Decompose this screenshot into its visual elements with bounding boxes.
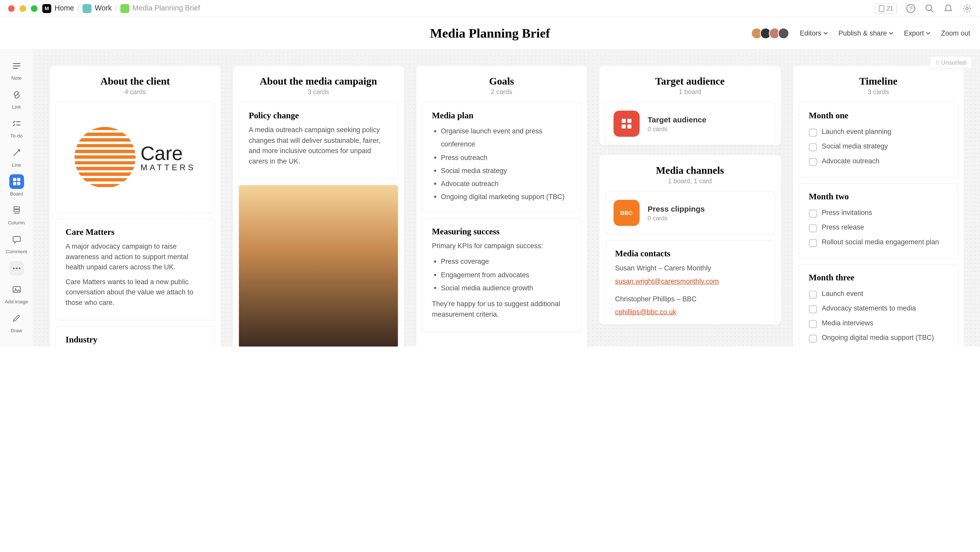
close-button[interactable] — [8, 5, 14, 11]
board-title: About the client — [49, 76, 221, 87]
search-icon[interactable] — [924, 3, 934, 13]
todo-item[interactable]: Social media strategy — [809, 140, 948, 154]
meditation-image — [239, 185, 398, 346]
crumb-sep: / — [115, 4, 117, 13]
help-icon[interactable]: ? — [906, 3, 916, 13]
card-care-matters[interactable]: Care Matters A major advocacy campaign t… — [56, 219, 215, 321]
todo-item[interactable]: Launch event — [809, 287, 948, 302]
card-media-plan[interactable]: Media plan Organise launch event and pre… — [422, 102, 581, 212]
tool-column[interactable]: Column — [0, 200, 33, 229]
board-about-client[interactable]: About the client4 cards CareMATTERS Care… — [49, 66, 221, 346]
card-media-contacts[interactable]: Media contacts Susan Wright – Carers Mon… — [605, 240, 775, 325]
todo-item[interactable]: Ongoing digital media support (TBC) — [809, 331, 948, 346]
card-press-clippings[interactable]: BBC Press clippings0 cards — [605, 191, 775, 235]
list-item: Press outreach — [441, 151, 571, 164]
zoom-out-button[interactable]: Zoom out — [941, 29, 970, 37]
crumb-brief[interactable]: Media Planning Brief — [132, 4, 200, 13]
svg-rect-11 — [13, 178, 16, 181]
card-month-three[interactable]: Month three Launch event Advocacy statem… — [799, 264, 958, 346]
notif-badge[interactable]: 21 — [875, 3, 897, 14]
checkbox[interactable] — [809, 239, 817, 247]
crumb-sep: / — [77, 4, 80, 13]
card-target-audience-app[interactable]: Target audience0 cards — [605, 102, 775, 145]
home-icon[interactable]: M — [42, 4, 51, 13]
checkbox[interactable] — [809, 320, 817, 328]
svg-rect-14 — [17, 182, 20, 185]
card-measuring-success[interactable]: Measuring success Primary KPIs for campa… — [422, 218, 581, 332]
crumb-home[interactable]: Home — [54, 4, 74, 13]
crumb-work[interactable]: Work — [95, 4, 111, 13]
board-media-campaign[interactable]: About the media campaign3 cards Policy c… — [233, 66, 404, 346]
left-toolbar: Note Link To-do Line Board Column Commen… — [0, 49, 33, 346]
export-dropdown[interactable]: Export — [904, 29, 931, 37]
board-goals[interactable]: Goals2 cards Media plan Organise launch … — [416, 66, 587, 346]
checkbox[interactable] — [809, 158, 817, 166]
bbc-icon: BBC — [613, 200, 640, 226]
card-industry[interactable]: Industry Not for profit – mental health … — [56, 326, 215, 346]
tool-link[interactable]: Link — [0, 85, 33, 113]
checkbox[interactable] — [809, 224, 817, 233]
checkbox[interactable] — [809, 129, 817, 137]
tool-more[interactable] — [0, 258, 33, 279]
unsorted-pill[interactable]: 0 Unsorted — [930, 56, 972, 69]
board-title: Media channels — [599, 165, 781, 176]
tool-line[interactable]: Line — [0, 142, 33, 171]
svg-rect-26 — [627, 125, 631, 129]
board-title: About the media campaign — [233, 76, 404, 87]
tool-board[interactable]: Board — [0, 171, 33, 200]
svg-point-20 — [18, 268, 20, 269]
todo-item[interactable]: Advocacy statements to media — [809, 302, 948, 316]
minimize-button[interactable] — [19, 5, 26, 11]
todo-item[interactable]: Press release — [809, 221, 948, 235]
svg-rect-13 — [13, 182, 16, 185]
brief-icon[interactable] — [120, 4, 129, 13]
card-month-one[interactable]: Month one Launch event planning Social m… — [799, 102, 958, 178]
card-image[interactable] — [239, 185, 398, 346]
tool-todo[interactable]: To-do — [0, 113, 33, 142]
canvas[interactable]: 0 Unsorted About the client4 cards CareM… — [33, 49, 980, 346]
todo-item[interactable]: Press invitations — [809, 206, 948, 220]
todo-item[interactable]: Rollout social media engagement plan — [809, 235, 948, 250]
maximize-button[interactable] — [31, 5, 37, 11]
tool-add-image[interactable]: Add image — [0, 279, 33, 308]
checkbox[interactable] — [809, 209, 817, 218]
editors-dropdown[interactable]: Editors — [800, 29, 828, 37]
todo-item[interactable]: Launch event planning — [809, 125, 948, 140]
board-meta: 2 cards — [416, 88, 587, 96]
svg-rect-12 — [17, 178, 20, 181]
todo-item[interactable]: Media interviews — [809, 316, 948, 331]
checkbox[interactable] — [809, 291, 817, 299]
card-month-two[interactable]: Month two Press invitations Press releas… — [799, 183, 958, 258]
email-link[interactable]: cphillips@bbc.co.uk — [615, 308, 676, 316]
card-policy-change[interactable]: Policy change A media outreach campaign … — [239, 102, 398, 179]
grid-icon — [613, 111, 640, 137]
phone-icon — [878, 5, 885, 12]
list-item: Engagement from advocates — [441, 269, 571, 282]
publish-dropdown[interactable]: Publish & share — [838, 29, 893, 37]
board-meta: 3 cards — [233, 88, 404, 96]
checkbox[interactable] — [809, 335, 817, 343]
collaborators[interactable] — [754, 27, 789, 39]
card-logo[interactable]: CareMATTERS — [56, 102, 215, 213]
list-item: Advocate outreach — [441, 178, 571, 191]
board-timeline[interactable]: Timeline3 cards Month one Launch event p… — [793, 66, 964, 346]
list-item: Organise launch event and press conferen… — [441, 125, 571, 151]
todo-item[interactable]: Advocate outreach — [809, 154, 948, 169]
svg-text:?: ? — [909, 5, 912, 12]
bell-icon[interactable] — [943, 3, 953, 13]
checkbox[interactable] — [809, 305, 817, 314]
tool-draw[interactable]: Draw — [0, 308, 33, 337]
list-item: Social media audience growth — [441, 282, 571, 295]
svg-point-5 — [966, 7, 968, 10]
email-link[interactable]: susan.wright@carersmonthly.com — [615, 278, 719, 285]
board-target-audience[interactable]: Target audience1 board Target audience0 … — [599, 66, 781, 145]
title-actions: 21 ? — [875, 3, 972, 14]
work-icon[interactable] — [83, 4, 91, 13]
tool-comment[interactable]: Comment — [0, 229, 33, 258]
tool-note[interactable]: Note — [0, 56, 33, 85]
gear-icon[interactable] — [962, 3, 972, 13]
list-item: Ongoing digital marketing support (TBC) — [441, 191, 571, 204]
board-meta: 1 board — [599, 88, 781, 96]
board-media-channels[interactable]: Media channels1 board, 1 card BBC Press … — [599, 155, 781, 325]
checkbox[interactable] — [809, 144, 817, 152]
